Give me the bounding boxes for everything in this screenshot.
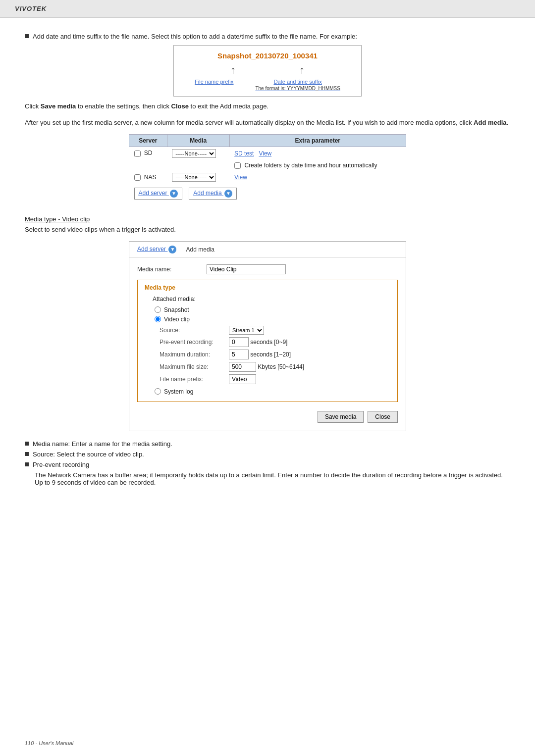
bullet-icon-2 xyxy=(25,452,29,456)
bullet-icon xyxy=(25,34,29,38)
col-media: Media xyxy=(167,134,229,147)
sd-extra-create: Create folders by date time and hour aut… xyxy=(229,160,406,171)
radio-snapshot[interactable] xyxy=(155,306,161,313)
source-row: Source: Stream 1 xyxy=(160,326,390,335)
sd-view-link[interactable]: View xyxy=(259,150,271,157)
paragraph-save-media: Click Save media to enable the settings,… xyxy=(25,101,510,112)
bullet-datetime-text: Add date and time suffix to the file nam… xyxy=(33,33,357,40)
nas-view-link[interactable]: View xyxy=(234,174,247,181)
page-header: VIVOTEK xyxy=(0,0,535,18)
nas-extra-cell: View xyxy=(229,171,406,184)
filenameprefix-input[interactable] xyxy=(229,374,256,384)
sd-media-select[interactable]: -----None----- Snapshot xyxy=(172,149,216,158)
p1-bold2: Close xyxy=(171,102,189,110)
maxfilesize-input[interactable] xyxy=(229,362,256,372)
radio-snapshot-row: Snapshot xyxy=(155,306,390,313)
col-extra: Extra parameter xyxy=(229,134,406,147)
add-media-label: Add media xyxy=(193,190,221,197)
source-label: Source: xyxy=(160,327,229,334)
maxduration-row: Maximum duration: seconds [1~20] xyxy=(160,350,390,359)
attached-media-label: Attached media: xyxy=(153,296,196,302)
sd-checkbox-cell: SD xyxy=(129,147,167,160)
table-row-sd: SD -----None----- Snapshot SD test View xyxy=(129,147,406,160)
footer-page-number: 110 - User's Manual xyxy=(25,740,73,746)
media-name-row: Media name: xyxy=(129,263,406,276)
arrows-row: ↑ ↑ xyxy=(184,64,351,77)
filenameprefix-row: File name prefix: xyxy=(160,374,390,384)
prerecord-detail: The Network Camera has a buffer area; it… xyxy=(35,471,510,486)
source-select[interactable]: Stream 1 xyxy=(229,326,264,335)
bottom-bullets: Media name: Enter a name for the media s… xyxy=(25,440,510,486)
maxfilesize-label: Maximum file size: xyxy=(160,363,229,370)
form-add-server-arrow-icon: ▼ xyxy=(168,246,176,253)
p2-end: . xyxy=(507,119,509,126)
p2-text: After you set up the first media server,… xyxy=(25,119,474,126)
create-folders-checkbox[interactable] xyxy=(234,162,241,169)
prerecord-row: Pre-event recording: seconds [0~9] xyxy=(160,337,390,347)
sd-extra-cell: SD test View xyxy=(229,147,406,160)
radio-videoclip[interactable] xyxy=(155,316,161,322)
sd-media-cell: -----None----- Snapshot xyxy=(167,147,229,160)
add-server-label: Add server xyxy=(139,190,167,197)
form-footer-buttons: Save media Close xyxy=(129,406,406,423)
form-top-btn-row: Add server ▼ Add media xyxy=(129,242,406,258)
prerecord-input[interactable] xyxy=(229,337,249,347)
p2-bold: Add media xyxy=(474,119,506,126)
sd-label: SD xyxy=(144,150,153,156)
nas-checkbox[interactable] xyxy=(134,174,141,181)
form-add-server-button[interactable]: Add server ▼ xyxy=(137,246,176,253)
form-add-media-button[interactable]: Add media xyxy=(186,246,214,253)
sd-test-link[interactable]: SD test xyxy=(234,150,254,157)
date-time-suffix-label: Date and time suffix xyxy=(255,79,340,85)
col-server: Server xyxy=(129,134,167,147)
table-row-sd-extra: Create folders by date time and hour aut… xyxy=(129,160,406,171)
example-box: Snapshot_20130720_100341 ↑ ↑ File name p… xyxy=(173,45,362,97)
bullet-prerecord: Pre-event recording xyxy=(25,461,510,468)
bullet-prerecord-title: Pre-event recording xyxy=(33,461,89,468)
example-filename: Snapshot_20130720_100341 xyxy=(184,51,351,60)
media-type-section: Media type - Video clip Select to send v… xyxy=(25,215,510,431)
table-row-buttons: Add server ▼ Add media ▼ xyxy=(129,184,406,203)
page-footer: 110 - User's Manual xyxy=(25,740,73,746)
bullet-media-name: Media name: Enter a name for the media s… xyxy=(25,440,510,448)
nas-media-select[interactable]: -----None----- xyxy=(172,173,216,182)
p1-mid: to enable the settings, then click xyxy=(76,102,171,110)
arrow-right: ↑ xyxy=(299,64,305,77)
sd-extra-blank1 xyxy=(129,160,167,171)
save-media-button[interactable]: Save media xyxy=(318,411,364,423)
video-clip-form-box: Add server ▼ Add media Media name: Media… xyxy=(129,241,406,431)
example-labels-row: File name prefix Date and time suffix Th… xyxy=(184,79,351,91)
brand-logo: VIVOTEK xyxy=(15,5,47,12)
radio-syslog[interactable] xyxy=(155,388,161,395)
sd-checkbox[interactable] xyxy=(134,151,141,157)
bullet-icon-3 xyxy=(25,462,29,466)
prerecord-detail-text: The Network Camera has a buffer area; it… xyxy=(35,471,503,486)
form-add-server-label: Add server xyxy=(137,246,166,252)
close-button[interactable]: Close xyxy=(368,411,398,423)
add-server-arrow-icon: ▼ xyxy=(170,190,178,198)
table-buttons-cell: Add server ▼ Add media ▼ xyxy=(129,184,406,203)
prerecord-suffix: seconds [0~9] xyxy=(250,339,287,346)
radio-videoclip-label: Video clip xyxy=(164,316,190,323)
section-desc: Select to send video clips when a trigge… xyxy=(25,225,510,235)
radio-snapshot-label: Snapshot xyxy=(164,306,189,313)
arrow-left: ↑ xyxy=(230,64,236,77)
nas-checkbox-cell: NAS xyxy=(129,171,167,184)
media-name-input[interactable] xyxy=(207,264,286,274)
add-server-button[interactable]: Add server ▼ xyxy=(134,188,182,200)
date-format-label: The format is: YYYYMMDD_HHMMSS xyxy=(255,86,340,91)
nas-label: NAS xyxy=(144,174,157,181)
form-add-media-label: Add media xyxy=(186,246,214,253)
maxfilesize-row: Maximum file size: Kbytes [50~6144] xyxy=(160,362,390,372)
p1-bold1: Save media xyxy=(41,102,76,110)
add-media-button[interactable]: Add media ▼ xyxy=(189,188,237,200)
media-name-label: Media name: xyxy=(137,266,207,273)
radio-syslog-label: System log xyxy=(164,388,193,395)
p1-end: to exit the Add media page. xyxy=(189,102,268,110)
maxduration-input[interactable] xyxy=(229,350,249,359)
bullet-icon-1 xyxy=(25,442,29,446)
source-section: Source: Stream 1 Pre-event recording: se… xyxy=(160,326,390,384)
filenameprefix-label: File name prefix: xyxy=(160,376,229,383)
maxduration-label: Maximum duration: xyxy=(160,351,229,358)
p1-pre: Click xyxy=(25,102,41,110)
